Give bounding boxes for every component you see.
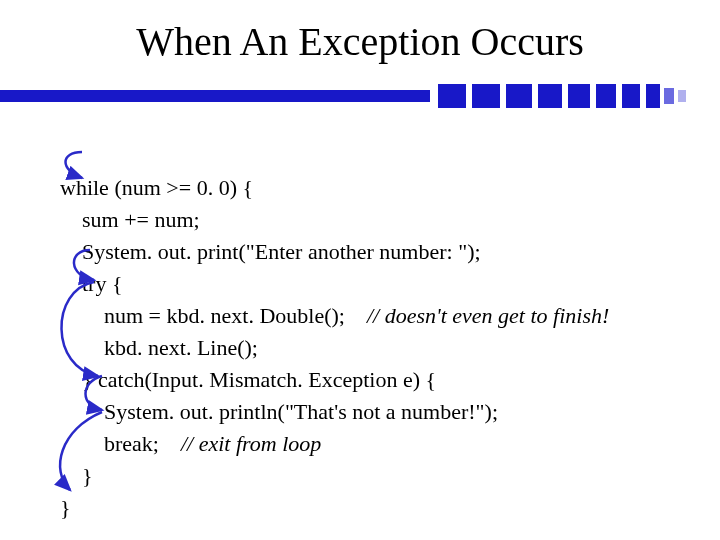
code-comment: // exit from loop [181,431,321,456]
slide-title: When An Exception Occurs [0,18,720,65]
code-comment: // doesn't even get to finish! [367,303,609,328]
code-block: while (num >= 0. 0) { sum += num; System… [60,140,690,540]
flow-arrows [20,130,140,500]
decorative-rule [0,84,720,108]
slide: When An Exception Occurs while (num >= 0… [0,0,720,540]
